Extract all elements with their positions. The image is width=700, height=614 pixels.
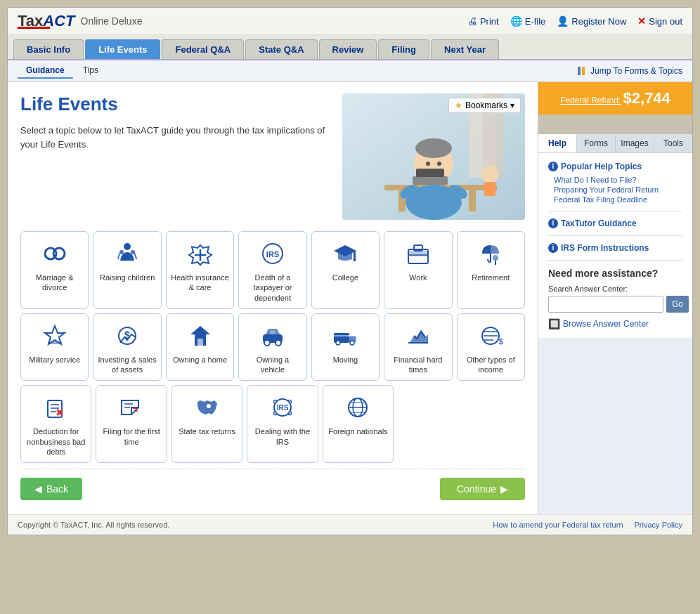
topic-raising[interactable]: Raising children <box>93 231 161 309</box>
topic-health[interactable]: Health insurance & care <box>166 231 234 309</box>
topic-foreign[interactable]: Foreign nationals <box>323 385 394 463</box>
main-nav: Basic Info Life Events Federal Q&A State… <box>8 35 692 60</box>
sub-tab-guidance[interactable]: Guidance <box>18 63 73 79</box>
work-icon <box>403 239 433 268</box>
topic-home[interactable]: Owning a home <box>166 313 234 381</box>
topic-work[interactable]: Work <box>384 231 452 309</box>
content-area: Life Events Select a topic below to let … <box>8 82 692 514</box>
signout-button[interactable]: Sign out <box>637 15 682 27</box>
bookmarks-bar[interactable]: ★ Bookmarks ▾ <box>448 98 521 113</box>
tab-basic-info[interactable]: Basic Info <box>13 39 84 59</box>
topic-death[interactable]: IRS Death of a taxpayer or dependent <box>238 231 306 309</box>
sidebar-tab-help[interactable]: Help <box>538 134 577 152</box>
topic-vehicle[interactable]: Owning a vehicle <box>238 313 306 381</box>
tab-life-events[interactable]: Life Events <box>85 39 160 59</box>
chevron-down-icon: ▾ <box>510 100 514 110</box>
rings-icon <box>40 239 70 268</box>
forms-icon <box>576 65 588 77</box>
continue-button[interactable]: Continue ▶ <box>440 478 525 500</box>
topic-military[interactable]: Military service <box>20 313 89 381</box>
tab-review[interactable]: Review <box>319 39 377 59</box>
search-input[interactable] <box>548 296 663 313</box>
info-dot-2: i <box>548 218 558 228</box>
logo-area: TaxACT Online Deluxe <box>18 13 142 29</box>
svg-point-64 <box>207 404 211 408</box>
retirement-icon <box>476 239 505 268</box>
back-button[interactable]: ◀ Back <box>20 478 82 500</box>
topic-moving[interactable]: Moving <box>311 313 380 381</box>
topic-death-label: Death of a taxpayer or dependent <box>243 273 302 303</box>
search-go-button[interactable]: Go <box>666 296 689 313</box>
topic-investing[interactable]: $ Investing & sales of assets <box>93 313 161 381</box>
topic-investing-label: Investing & sales of assets <box>98 355 156 375</box>
topic-statetax[interactable]: State tax returns <box>171 385 242 463</box>
topic-statetax-label: State tax returns <box>179 426 235 436</box>
continue-arrow-icon: ▶ <box>500 483 508 495</box>
sidebar-tab-tools[interactable]: Tools <box>654 134 692 152</box>
topic-firsttime[interactable]: Filing for the first time <box>96 385 167 463</box>
header-actions: Print E-file Register Now Sign out <box>467 15 682 27</box>
topic-foreign-label: Foreign nationals <box>328 426 387 436</box>
tab-filing[interactable]: Filing <box>378 39 429 59</box>
topic-firsttime-label: Filing for the first time <box>101 426 162 447</box>
home-icon <box>186 321 215 351</box>
topic-baddebt[interactable]: Deduction for nonbusiness bad debts <box>20 385 91 463</box>
efile-button[interactable]: E-file <box>510 15 546 27</box>
register-button[interactable]: Register Now <box>557 15 626 27</box>
search-label: Search Answer Center: <box>548 285 682 293</box>
topic-marriage[interactable]: Marriage & divorce <box>20 231 89 309</box>
topic-college[interactable]: College <box>311 231 380 309</box>
signout-icon <box>637 15 646 27</box>
topic-health-label: Health insurance & care <box>171 273 229 293</box>
help-divider-2 <box>548 235 682 236</box>
topic-raising-label: Raising children <box>100 273 155 282</box>
privacy-link[interactable]: Privacy Policy <box>635 521 682 529</box>
topic-otherincome[interactable]: $ Other types of income <box>457 313 525 381</box>
otherincome-icon: $ <box>476 321 505 351</box>
topic-hardtimes[interactable]: Financial hard times <box>384 313 452 381</box>
svg-rect-15 <box>413 176 448 185</box>
amend-link[interactable]: How to amend your Federal tax return <box>493 521 623 529</box>
topic-retirement[interactable]: Retirement <box>457 231 525 309</box>
svg-point-21 <box>124 243 131 250</box>
topic-dealingirs[interactable]: IRS Dealing with the IRS <box>247 385 318 463</box>
tab-federal-qa[interactable]: Federal Q&A <box>162 39 244 59</box>
topic-dealingirs-label: Dealing with the IRS <box>252 426 313 447</box>
back-arrow-icon: ◀ <box>34 483 42 495</box>
svg-point-45 <box>276 340 281 346</box>
browse-answer-center-link[interactable]: 🔲 Browse Answer Center <box>548 318 682 329</box>
topic-moving-label: Moving <box>333 355 358 365</box>
irs-title: i IRS Form Instructions <box>548 243 682 253</box>
help-link-2[interactable]: Preparing Your Federal Return <box>554 185 682 194</box>
help-link-1[interactable]: What Do I Need to File? <box>554 176 682 184</box>
print-button[interactable]: Print <box>467 15 499 27</box>
svg-point-36 <box>493 255 498 261</box>
register-icon <box>557 15 569 27</box>
svg-rect-18 <box>484 182 495 196</box>
info-dot-3: i <box>548 243 558 253</box>
family-icon <box>112 239 142 268</box>
jump-to-forms-link[interactable]: Jump To Forms & Topics <box>576 65 682 77</box>
sidebar-tab-forms[interactable]: Forms <box>577 134 616 152</box>
help-link-3[interactable]: Federal Tax Filing Deadline <box>554 195 682 204</box>
tab-state-qa[interactable]: State Q&A <box>245 39 317 59</box>
federal-refund-link[interactable]: Federal Refund: <box>560 96 621 105</box>
vehicle-icon <box>258 321 287 351</box>
topic-retirement-label: Retirement <box>472 273 510 282</box>
foreign-icon <box>343 393 372 422</box>
help-divider-1 <box>548 211 682 211</box>
sidebar-tab-images[interactable]: Images <box>616 134 654 152</box>
topic-hardtimes-label: Financial hard times <box>389 355 447 375</box>
svg-text:IRS: IRS <box>266 250 279 259</box>
page-title: Life Events <box>20 93 331 115</box>
logo-act: ACT <box>43 12 74 30</box>
sub-tab-tips[interactable]: Tips <box>74 63 107 79</box>
refund-box: Federal Refund: $2,744 <box>538 82 692 115</box>
topic-baddebt-label: Deduction for nonbusiness bad debts <box>25 426 86 457</box>
svg-point-30 <box>354 259 356 261</box>
refund-label: Federal Refund: $2,744 <box>548 89 682 107</box>
life-events-top: Life Events Select a topic below to let … <box>20 93 525 220</box>
topic-home-label: Owning a home <box>173 355 227 365</box>
tab-next-year[interactable]: Next Year <box>431 39 499 59</box>
svg-rect-1 <box>582 67 585 75</box>
